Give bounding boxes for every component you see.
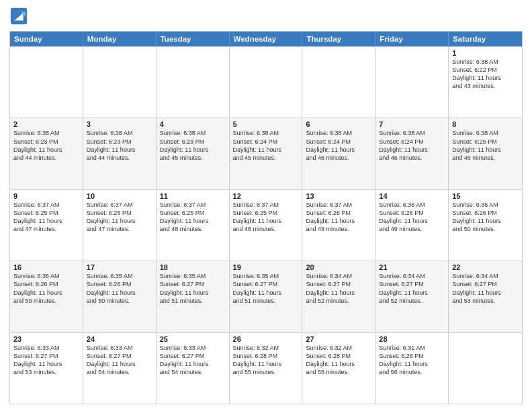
day-number: 6	[306, 120, 371, 128]
cal-cell	[302, 47, 375, 118]
day-info: Sunrise: 6:37 AM Sunset: 6:25 PM Dayligh…	[233, 201, 299, 234]
day-info: Sunrise: 6:34 AM Sunset: 6:27 PM Dayligh…	[452, 272, 519, 305]
week-row-3: 9Sunrise: 6:37 AM Sunset: 6:25 PM Daylig…	[10, 189, 522, 261]
day-info: Sunrise: 6:38 AM Sunset: 6:23 PM Dayligh…	[87, 129, 152, 162]
day-info: Sunrise: 6:37 AM Sunset: 6:25 PM Dayligh…	[13, 201, 79, 234]
day-header-wednesday: Wednesday	[230, 32, 303, 46]
day-number: 4	[160, 120, 226, 128]
calendar: SundayMondayTuesdayWednesdayThursdayFrid…	[9, 31, 523, 404]
cal-cell: 21Sunrise: 6:34 AM Sunset: 6:27 PM Dayli…	[375, 261, 449, 332]
day-number: 5	[233, 120, 299, 128]
day-info: Sunrise: 6:37 AM Sunset: 6:25 PM Dayligh…	[160, 201, 226, 234]
cal-cell: 20Sunrise: 6:34 AM Sunset: 6:27 PM Dayli…	[302, 261, 375, 332]
cal-cell	[10, 47, 83, 118]
cal-cell: 1Sunrise: 6:38 AM Sunset: 6:22 PM Daylig…	[449, 47, 522, 118]
cal-cell: 3Sunrise: 6:38 AM Sunset: 6:23 PM Daylig…	[83, 118, 157, 189]
day-info: Sunrise: 6:37 AM Sunset: 6:25 PM Dayligh…	[87, 201, 152, 234]
day-info: Sunrise: 6:38 AM Sunset: 6:25 PM Dayligh…	[452, 129, 519, 162]
day-number: 3	[87, 120, 152, 128]
day-number: 21	[379, 263, 445, 271]
calendar-body: 1Sunrise: 6:38 AM Sunset: 6:22 PM Daylig…	[10, 46, 522, 404]
day-info: Sunrise: 6:38 AM Sunset: 6:24 PM Dayligh…	[233, 129, 299, 162]
cal-cell: 12Sunrise: 6:37 AM Sunset: 6:25 PM Dayli…	[230, 190, 303, 261]
day-number: 18	[160, 263, 226, 271]
cal-cell: 5Sunrise: 6:38 AM Sunset: 6:24 PM Daylig…	[230, 118, 303, 189]
day-info: Sunrise: 6:38 AM Sunset: 6:22 PM Dayligh…	[452, 58, 519, 91]
day-info: Sunrise: 6:36 AM Sunset: 6:26 PM Dayligh…	[13, 272, 79, 305]
day-number: 13	[306, 192, 371, 200]
day-number: 24	[87, 335, 152, 343]
cal-cell: 19Sunrise: 6:35 AM Sunset: 6:27 PM Dayli…	[230, 261, 303, 332]
day-header-friday: Friday	[375, 32, 449, 46]
day-number: 25	[160, 335, 226, 343]
day-number: 12	[233, 192, 299, 200]
day-number: 11	[160, 192, 226, 200]
day-info: Sunrise: 6:34 AM Sunset: 6:27 PM Dayligh…	[306, 272, 371, 305]
cal-cell	[157, 47, 230, 118]
cal-cell: 28Sunrise: 6:31 AM Sunset: 6:28 PM Dayli…	[375, 333, 449, 404]
cal-cell: 22Sunrise: 6:34 AM Sunset: 6:27 PM Dayli…	[449, 261, 522, 332]
day-info: Sunrise: 6:33 AM Sunset: 6:27 PM Dayligh…	[87, 344, 152, 377]
day-info: Sunrise: 6:38 AM Sunset: 6:24 PM Dayligh…	[379, 129, 445, 162]
week-row-2: 2Sunrise: 6:38 AM Sunset: 6:23 PM Daylig…	[10, 118, 522, 189]
week-row-1: 1Sunrise: 6:38 AM Sunset: 6:22 PM Daylig…	[10, 46, 522, 118]
day-number: 7	[379, 120, 445, 128]
cal-cell: 13Sunrise: 6:37 AM Sunset: 6:26 PM Dayli…	[302, 190, 375, 261]
day-info: Sunrise: 6:34 AM Sunset: 6:27 PM Dayligh…	[379, 272, 445, 305]
cal-cell	[83, 47, 157, 118]
cal-cell: 10Sunrise: 6:37 AM Sunset: 6:25 PM Dayli…	[83, 190, 157, 261]
day-info: Sunrise: 6:31 AM Sunset: 6:28 PM Dayligh…	[379, 344, 445, 377]
day-info: Sunrise: 6:36 AM Sunset: 6:26 PM Dayligh…	[379, 201, 445, 234]
cal-cell	[375, 47, 449, 118]
day-number: 19	[233, 263, 299, 271]
day-info: Sunrise: 6:32 AM Sunset: 6:28 PM Dayligh…	[233, 344, 299, 377]
day-header-thursday: Thursday	[302, 32, 375, 46]
cal-cell: 23Sunrise: 6:33 AM Sunset: 6:27 PM Dayli…	[10, 333, 83, 404]
day-number: 9	[13, 192, 79, 200]
day-number: 8	[452, 120, 519, 128]
cal-cell	[230, 47, 303, 118]
cal-cell: 4Sunrise: 6:38 AM Sunset: 6:23 PM Daylig…	[157, 118, 230, 189]
day-number: 10	[87, 192, 152, 200]
cal-cell: 9Sunrise: 6:37 AM Sunset: 6:25 PM Daylig…	[10, 190, 83, 261]
logo	[9, 7, 31, 26]
day-info: Sunrise: 6:33 AM Sunset: 6:27 PM Dayligh…	[13, 344, 79, 377]
week-row-4: 16Sunrise: 6:36 AM Sunset: 6:26 PM Dayli…	[10, 261, 522, 332]
cal-cell: 2Sunrise: 6:38 AM Sunset: 6:23 PM Daylig…	[10, 118, 83, 189]
day-number: 16	[13, 263, 79, 271]
day-info: Sunrise: 6:32 AM Sunset: 6:28 PM Dayligh…	[306, 344, 371, 377]
day-info: Sunrise: 6:38 AM Sunset: 6:23 PM Dayligh…	[13, 129, 79, 162]
day-number: 20	[306, 263, 371, 271]
day-header-tuesday: Tuesday	[157, 32, 230, 46]
day-number: 15	[452, 192, 519, 200]
cal-cell: 8Sunrise: 6:38 AM Sunset: 6:25 PM Daylig…	[449, 118, 522, 189]
day-info: Sunrise: 6:37 AM Sunset: 6:26 PM Dayligh…	[306, 201, 371, 234]
cal-cell: 26Sunrise: 6:32 AM Sunset: 6:28 PM Dayli…	[230, 333, 303, 404]
header	[9, 7, 523, 26]
day-number: 22	[452, 263, 519, 271]
cal-cell: 14Sunrise: 6:36 AM Sunset: 6:26 PM Dayli…	[375, 190, 449, 261]
day-info: Sunrise: 6:35 AM Sunset: 6:27 PM Dayligh…	[233, 272, 299, 305]
day-number: 1	[452, 49, 519, 57]
cal-cell: 11Sunrise: 6:37 AM Sunset: 6:25 PM Dayli…	[157, 190, 230, 261]
day-header-sunday: Sunday	[10, 32, 83, 46]
day-info: Sunrise: 6:36 AM Sunset: 6:26 PM Dayligh…	[452, 201, 519, 234]
cal-cell: 18Sunrise: 6:35 AM Sunset: 6:27 PM Dayli…	[157, 261, 230, 332]
cal-cell: 27Sunrise: 6:32 AM Sunset: 6:28 PM Dayli…	[302, 333, 375, 404]
calendar-page: SundayMondayTuesdayWednesdayThursdayFrid…	[0, 0, 532, 411]
day-header-saturday: Saturday	[449, 32, 522, 46]
day-info: Sunrise: 6:33 AM Sunset: 6:27 PM Dayligh…	[160, 344, 226, 377]
cal-cell: 17Sunrise: 6:35 AM Sunset: 6:26 PM Dayli…	[83, 261, 157, 332]
svg-rect-0	[11, 8, 27, 24]
day-info: Sunrise: 6:35 AM Sunset: 6:26 PM Dayligh…	[87, 272, 152, 305]
day-number: 14	[379, 192, 445, 200]
cal-cell: 15Sunrise: 6:36 AM Sunset: 6:26 PM Dayli…	[449, 190, 522, 261]
cal-cell	[449, 333, 522, 404]
day-info: Sunrise: 6:38 AM Sunset: 6:23 PM Dayligh…	[160, 129, 226, 162]
cal-cell: 6Sunrise: 6:38 AM Sunset: 6:24 PM Daylig…	[302, 118, 375, 189]
day-number: 26	[233, 335, 299, 343]
day-number: 2	[13, 120, 79, 128]
week-row-5: 23Sunrise: 6:33 AM Sunset: 6:27 PM Dayli…	[10, 332, 522, 404]
day-number: 27	[306, 335, 371, 343]
cal-cell: 25Sunrise: 6:33 AM Sunset: 6:27 PM Dayli…	[157, 333, 230, 404]
